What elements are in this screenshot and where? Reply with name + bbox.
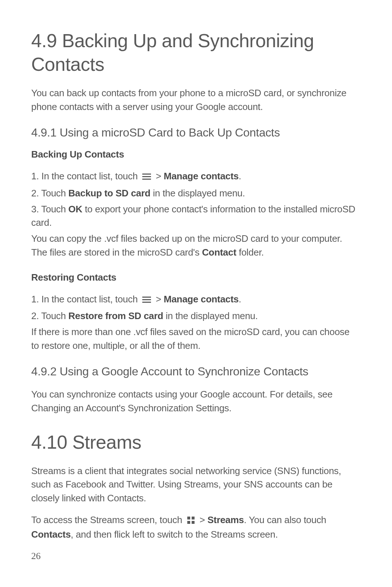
restore-step-2: 2. Touch Restore from SD card in the dis… — [31, 309, 357, 323]
text-bold: Streams — [207, 514, 244, 525]
text: > — [156, 294, 164, 305]
text: in the displayed menu. — [153, 188, 245, 199]
backing-up-contacts-heading: Backing Up Contacts — [31, 149, 357, 160]
text: folder. — [239, 247, 264, 258]
section-4-10-title: 4.10 Streams — [31, 431, 357, 454]
text: . — [239, 171, 241, 182]
text-bold: Contacts — [31, 529, 71, 540]
text: 1. In the contact list, touch — [31, 294, 140, 305]
menu-icon — [142, 171, 151, 184]
text: . — [239, 294, 241, 305]
svg-rect-9 — [192, 521, 195, 524]
svg-rect-8 — [187, 521, 190, 524]
text: 2. Touch — [31, 310, 68, 321]
text: > — [200, 514, 208, 525]
restore-step-1: 1. In the contact list, touch > Manage c… — [31, 293, 357, 307]
text: 2. Touch — [31, 188, 68, 199]
backup-step-3: 3. Touch OK to export your phone contact… — [31, 203, 357, 230]
text-bold: Backup to SD card — [68, 188, 150, 199]
backup-step-2: 2. Touch Backup to SD card in the displa… — [31, 187, 357, 200]
section-4-9-1-heading: 4.9.1 Using a microSD Card to Back Up Co… — [31, 126, 357, 139]
section-4-10-intro: Streams is a client that integrates soci… — [31, 464, 357, 505]
text-bold: Contact — [202, 247, 236, 258]
section-4-10-access: To access the Streams screen, touch > St… — [31, 513, 357, 542]
restoring-contacts-heading: Restoring Contacts — [31, 272, 357, 283]
svg-rect-4 — [142, 299, 151, 300]
backup-note: You can copy the .vcf files backed up on… — [31, 232, 357, 259]
section-4-9-2-heading: 4.9.2 Using a Google Account to Synchron… — [31, 365, 357, 378]
apps-grid-icon — [187, 514, 195, 528]
text-bold: Manage contacts — [164, 171, 238, 182]
text: 3. Touch — [31, 204, 68, 215]
svg-rect-2 — [142, 179, 151, 180]
svg-rect-1 — [142, 176, 151, 177]
svg-rect-0 — [142, 174, 151, 175]
svg-rect-7 — [192, 517, 195, 519]
text-bold: Restore from SD card — [68, 310, 163, 321]
text: You can copy the .vcf files backed up on… — [31, 233, 342, 258]
document-page: 4.9 Backing Up and Synchronizing Contact… — [0, 0, 392, 587]
text: , and then flick left to switch to the S… — [71, 529, 278, 540]
text: 1. In the contact list, touch — [31, 171, 140, 182]
restore-note: If there is more than one .vcf files sav… — [31, 325, 357, 352]
svg-rect-3 — [142, 297, 151, 298]
menu-icon — [142, 294, 151, 307]
backup-step-1: 1. In the contact list, touch > Manage c… — [31, 170, 357, 184]
text: > — [156, 171, 164, 182]
page-number: 26 — [31, 551, 41, 562]
svg-rect-5 — [142, 302, 151, 303]
text: . You can also touch — [244, 514, 326, 525]
section-4-9-intro: You can back up contacts from your phone… — [31, 86, 357, 114]
text-bold: OK — [68, 204, 82, 215]
text-bold: Manage contacts — [164, 294, 238, 305]
text: in the displayed menu. — [166, 310, 258, 321]
section-4-9-2-body: You can synchronize contacts using your … — [31, 388, 357, 415]
text: To access the Streams screen, touch — [31, 514, 185, 525]
svg-rect-6 — [187, 517, 190, 519]
section-4-9-title: 4.9 Backing Up and Synchronizing Contact… — [31, 29, 357, 76]
